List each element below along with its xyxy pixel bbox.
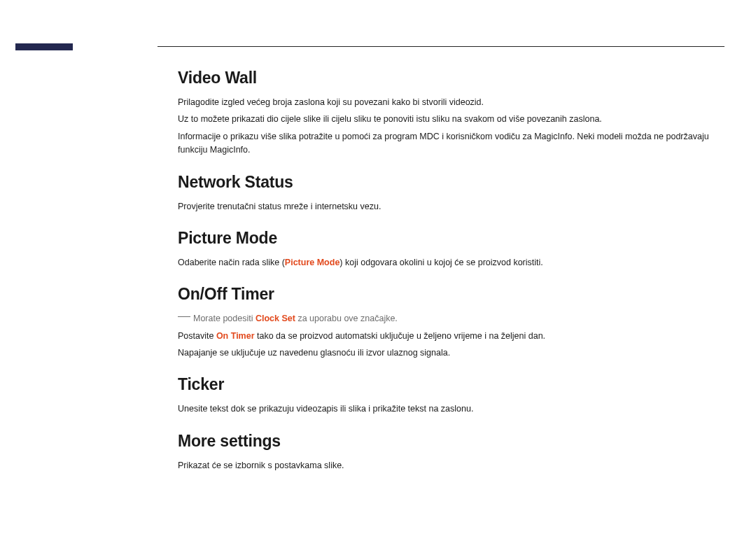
accent-bar bbox=[15, 43, 73, 50]
body-text: Informacije o prikazu više slika potraži… bbox=[178, 130, 731, 157]
text-fragment: Morate podesiti bbox=[193, 314, 255, 323]
body-text: Prilagodite izgled većeg broja zaslona k… bbox=[178, 96, 731, 109]
heading-ticker: Ticker bbox=[178, 375, 731, 394]
body-text: Postavite On Timer tako da se proizvod a… bbox=[178, 330, 731, 343]
body-text: Provjerite trenutačni status mreže i int… bbox=[178, 200, 731, 213]
heading-video-wall: Video Wall bbox=[178, 69, 731, 87]
body-text: Odaberite način rada slike (Picture Mode… bbox=[178, 256, 731, 269]
content-column: Video Wall Prilagodite izgled većeg broj… bbox=[178, 69, 731, 476]
document-page: Video Wall Prilagodite izgled većeg broj… bbox=[0, 0, 756, 534]
heading-network-status: Network Status bbox=[178, 173, 731, 192]
heading-more-settings: More settings bbox=[178, 432, 731, 451]
horizontal-rule bbox=[158, 46, 724, 47]
body-text: Napajanje se uključuje uz navedenu glasn… bbox=[178, 346, 731, 360]
text-fragment: ) koji odgovara okolini u kojoj će se pr… bbox=[340, 258, 542, 267]
heading-on-off-timer: On/Off Timer bbox=[178, 285, 731, 304]
highlight-on-timer: On Timer bbox=[216, 331, 255, 341]
body-text: Unesite tekst dok se prikazuju videozapi… bbox=[178, 402, 731, 416]
text-fragment: za uporabu ove značajke. bbox=[295, 314, 398, 323]
heading-picture-mode: Picture Mode bbox=[178, 229, 731, 248]
dash-icon bbox=[178, 316, 190, 317]
highlight-clock-set: Clock Set bbox=[255, 314, 295, 323]
body-text: Prikazat će se izbornik s postavkama sli… bbox=[178, 459, 731, 472]
text-fragment: Odaberite način rada slike ( bbox=[178, 258, 285, 267]
text-fragment: tako da se proizvod automatski uključuje… bbox=[255, 331, 546, 341]
highlight-picture-mode: Picture Mode bbox=[285, 258, 340, 267]
body-text: Uz to možete prikazati dio cijele slike … bbox=[178, 113, 731, 126]
note-text: Morate podesiti Clock Set za uporabu ove… bbox=[178, 312, 731, 325]
text-fragment: Postavite bbox=[178, 331, 216, 341]
